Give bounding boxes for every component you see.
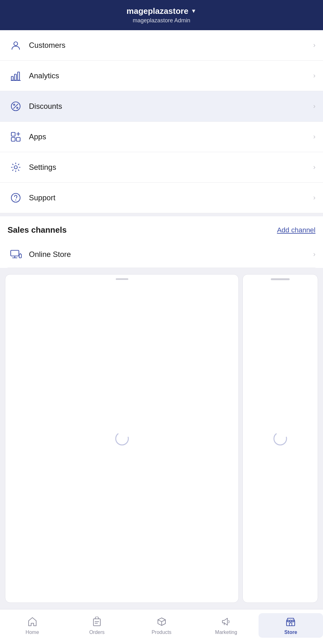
- chevron-right-icon: ›: [313, 72, 315, 80]
- sidebar-item-label: Apps: [29, 132, 311, 141]
- store-subtitle: mageplazastore Admin: [5, 17, 318, 24]
- person-icon: [8, 37, 24, 53]
- nav-item-label: Marketing: [215, 630, 237, 635]
- chevron-right-icon: ›: [313, 102, 315, 110]
- chevron-right-icon: ›: [313, 41, 315, 49]
- nav-item-label: Orders: [89, 630, 105, 635]
- nav-item-orders[interactable]: Orders: [64, 613, 129, 638]
- chevron-right-icon: ›: [313, 250, 315, 258]
- sidebar-item-customers[interactable]: Customers ›: [0, 30, 323, 61]
- svg-point-6: [14, 104, 15, 105]
- header: mageplazastore ▼ mageplazastore Admin: [0, 0, 323, 30]
- sidebar-item-settings[interactable]: Settings ›: [0, 152, 323, 183]
- sidebar-item-label: Settings: [29, 163, 311, 172]
- chevron-right-icon: ›: [313, 194, 315, 202]
- svg-rect-24: [93, 619, 100, 626]
- help-icon: [8, 190, 24, 206]
- store-name[interactable]: mageplazastore ▼: [5, 6, 318, 16]
- sidebar-item-support[interactable]: Support ›: [0, 183, 323, 213]
- gear-icon: [8, 159, 24, 175]
- online-store-label: Online Store: [29, 250, 313, 259]
- products-icon: [156, 616, 168, 628]
- svg-rect-3: [18, 72, 19, 80]
- sidebar-item-discounts[interactable]: Discounts ›: [0, 91, 323, 122]
- sales-channels-header: Sales channels Add channel: [8, 225, 315, 235]
- sidebar-item-label: Analytics: [29, 71, 311, 80]
- discount-icon: [8, 98, 24, 114]
- svg-rect-1: [11, 76, 13, 80]
- svg-point-0: [14, 42, 18, 46]
- preview-area: [0, 268, 323, 609]
- loading-spinner-tablet: [114, 431, 130, 447]
- sidebar-item-analytics[interactable]: Analytics ›: [0, 61, 323, 91]
- sidebar-item-online-store[interactable]: Online Store ›: [8, 241, 315, 268]
- svg-point-7: [17, 107, 18, 108]
- svg-rect-17: [11, 250, 19, 256]
- orders-icon: [91, 616, 103, 628]
- sidebar-item-label: Customers: [29, 41, 311, 50]
- svg-point-16: [15, 200, 16, 201]
- sidebar-item-label: Support: [29, 193, 311, 202]
- sidebar-item-label: Discounts: [29, 102, 311, 111]
- nav-item-label: Store: [284, 630, 297, 635]
- svg-rect-20: [19, 254, 21, 258]
- svg-rect-9: [11, 132, 15, 136]
- svg-point-15: [11, 193, 20, 202]
- bottom-nav: Home Orders Products: [0, 609, 323, 644]
- nav-item-products[interactable]: Products: [129, 613, 194, 638]
- sidebar-item-apps[interactable]: Apps ›: [0, 122, 323, 152]
- svg-point-23: [274, 432, 287, 445]
- svg-line-8: [14, 104, 18, 108]
- home-icon: [26, 616, 38, 628]
- nav-item-marketing[interactable]: Marketing: [194, 613, 258, 638]
- store-icon: [285, 616, 297, 628]
- svg-rect-2: [14, 74, 16, 80]
- svg-point-14: [14, 166, 17, 169]
- nav-item-home[interactable]: Home: [0, 613, 64, 638]
- svg-rect-11: [16, 137, 20, 141]
- section-divider: [0, 213, 323, 216]
- chevron-right-icon: ›: [313, 133, 315, 141]
- marketing-icon: [220, 616, 232, 628]
- loading-spinner-mobile: [272, 431, 288, 447]
- mobile-top-bar: [271, 278, 290, 280]
- monitor-icon: [8, 246, 24, 263]
- sales-channels-section: Sales channels Add channel Online Store …: [0, 216, 323, 268]
- store-dropdown-icon[interactable]: ▼: [191, 8, 197, 14]
- tablet-preview: [5, 274, 239, 603]
- add-channel-link[interactable]: Add channel: [277, 226, 315, 234]
- apps-icon: [8, 129, 24, 145]
- chart-icon: [8, 68, 24, 84]
- nav-item-label: Products: [152, 630, 171, 635]
- menu-list: Customers › Analytics › Discounts ›: [0, 30, 323, 213]
- mobile-preview: [242, 274, 318, 603]
- chevron-right-icon: ›: [313, 163, 315, 171]
- nav-item-store[interactable]: Store: [259, 613, 323, 638]
- svg-point-22: [116, 432, 128, 445]
- svg-rect-10: [11, 137, 15, 141]
- sales-channels-title: Sales channels: [8, 225, 67, 235]
- tablet-top-bar: [116, 278, 128, 280]
- nav-item-label: Home: [25, 630, 39, 635]
- svg-rect-32: [289, 623, 292, 626]
